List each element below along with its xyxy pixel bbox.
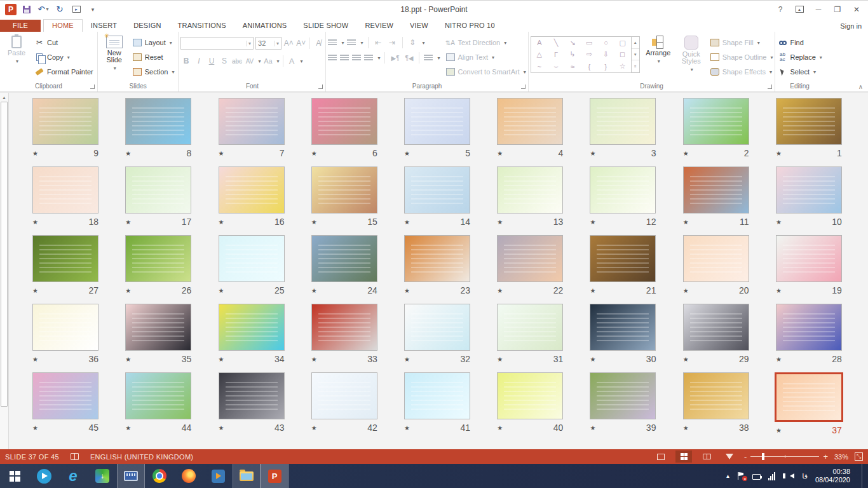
slide-thumbnail-35[interactable] bbox=[125, 304, 191, 351]
align-text-button[interactable]: Align Text▾ bbox=[445, 51, 526, 64]
slide-thumbnail-18[interactable] bbox=[32, 166, 98, 214]
zoom-in-button[interactable]: + bbox=[823, 452, 828, 461]
section-button[interactable]: Section▾ bbox=[130, 65, 177, 78]
slide-thumbnail-4[interactable] bbox=[497, 98, 563, 145]
shape-effects-button[interactable]: Shape Effects▾ bbox=[710, 65, 773, 78]
slide-thumbnail-10[interactable] bbox=[776, 166, 842, 214]
shape-icon[interactable]: ○ bbox=[597, 37, 614, 49]
slide-thumbnail-6[interactable] bbox=[311, 98, 377, 145]
underline-button[interactable]: U bbox=[206, 57, 217, 65]
tab-nitro-pro[interactable]: NITRO PRO 10 bbox=[437, 20, 503, 32]
shape-icon[interactable]: Γ bbox=[548, 49, 564, 61]
tab-review[interactable]: REVIEW bbox=[356, 20, 402, 32]
tab-transitions[interactable]: TRANSITIONS bbox=[170, 20, 234, 32]
shape-icon[interactable]: ☆ bbox=[614, 60, 631, 72]
tab-design[interactable]: DESIGN bbox=[125, 20, 169, 32]
shape-icon[interactable]: ⌣ bbox=[548, 60, 564, 72]
cut-button[interactable]: ✂Cut bbox=[32, 36, 95, 49]
customize-qat-button[interactable]: ▾ bbox=[86, 3, 99, 16]
slide-thumbnail-2[interactable] bbox=[683, 98, 749, 145]
shape-outline-button[interactable]: Shape Outline▾ bbox=[710, 51, 773, 64]
redo-button[interactable]: ↻ bbox=[53, 3, 66, 16]
slide-thumbnail-22[interactable] bbox=[497, 235, 563, 282]
slide-thumbnail-30[interactable] bbox=[590, 304, 656, 351]
scrollbar-thumb[interactable] bbox=[1, 102, 8, 407]
shape-icon[interactable]: ↳ bbox=[564, 49, 581, 61]
tab-view[interactable]: VIEW bbox=[402, 20, 437, 32]
decrease-font-size-button[interactable]: A˅ bbox=[296, 39, 306, 48]
decrease-indent-button[interactable]: ⇤ bbox=[373, 38, 384, 47]
slide-thumbnail-26[interactable] bbox=[125, 235, 191, 282]
line-spacing-button[interactable]: ⇕ bbox=[407, 38, 418, 47]
slide-thumbnail-38[interactable] bbox=[683, 372, 749, 419]
slide-thumbnail-20[interactable] bbox=[683, 235, 749, 282]
save-button[interactable] bbox=[20, 3, 33, 16]
text-direction-button[interactable]: ⇅AText Direction▾ bbox=[445, 36, 526, 49]
slide-thumbnail-21[interactable] bbox=[590, 235, 656, 282]
slide-sorter-view-button[interactable] bbox=[675, 451, 692, 463]
input-language-indicator[interactable]: فا bbox=[802, 472, 808, 480]
clear-formatting-button[interactable]: A̸ bbox=[313, 39, 323, 48]
slide-show-button[interactable] bbox=[721, 451, 738, 463]
shapes-more-icon[interactable]: ≡ bbox=[632, 60, 639, 72]
taskbar-powerpoint-button[interactable]: P bbox=[261, 464, 288, 488]
numbering-button[interactable] bbox=[347, 39, 356, 46]
taskbar-chrome-button[interactable] bbox=[145, 464, 174, 488]
slide-thumbnail-36[interactable] bbox=[32, 304, 98, 351]
taskbar-internet-explorer-button[interactable]: e bbox=[58, 464, 88, 488]
tab-insert[interactable]: INSERT bbox=[83, 20, 125, 32]
undo-dropdown-icon[interactable]: ▾ bbox=[46, 6, 48, 12]
volume-icon[interactable] bbox=[783, 473, 794, 478]
slide-thumbnail-25[interactable] bbox=[219, 235, 285, 282]
paragraph-dialog-launcher[interactable] bbox=[521, 85, 526, 89]
undo-button[interactable]: ↶▾ bbox=[37, 3, 50, 16]
shape-icon[interactable]: ≈ bbox=[564, 60, 581, 72]
font-name-combobox[interactable]: ▾ bbox=[180, 37, 254, 50]
slide-thumbnail-24[interactable] bbox=[311, 235, 377, 282]
slide-thumbnail-3[interactable] bbox=[590, 98, 656, 145]
arrange-button[interactable]: Arrange ▾ bbox=[644, 33, 673, 81]
tab-home[interactable]: HOME bbox=[43, 19, 83, 32]
font-dialog-launcher[interactable] bbox=[318, 85, 323, 89]
character-spacing-button[interactable]: AV bbox=[244, 58, 255, 65]
text-shadow-button[interactable]: S bbox=[219, 57, 229, 65]
shape-icon[interactable]: ⇩ bbox=[597, 49, 614, 61]
font-color-button[interactable]: A bbox=[287, 57, 297, 66]
taskbar-clock[interactable]: 00:38 08/04/2020 bbox=[815, 468, 850, 484]
taskbar-firefox-button[interactable] bbox=[174, 464, 203, 488]
slide-thumbnail-37[interactable] bbox=[775, 372, 843, 422]
clipboard-dialog-launcher[interactable] bbox=[90, 85, 95, 89]
slide-thumbnail-45[interactable] bbox=[32, 372, 98, 419]
right-to-left-button[interactable]: ¶◀ bbox=[403, 55, 414, 62]
bold-button[interactable]: B bbox=[180, 57, 191, 65]
align-left-button[interactable] bbox=[328, 55, 337, 61]
power-icon[interactable] bbox=[752, 473, 761, 480]
align-right-button[interactable] bbox=[352, 55, 361, 61]
shape-icon[interactable]: △ bbox=[531, 49, 548, 61]
vertical-scrollbar[interactable]: ▲ bbox=[0, 93, 9, 449]
shape-icon[interactable]: ↘ bbox=[564, 37, 581, 49]
tab-slide-show[interactable]: SLIDE SHOW bbox=[295, 20, 356, 32]
slide-thumbnail-40[interactable] bbox=[497, 372, 563, 419]
layout-button[interactable]: Layout▾ bbox=[130, 36, 177, 49]
taskbar-media-player-button[interactable] bbox=[203, 464, 233, 488]
help-button[interactable]: ? bbox=[771, 3, 789, 17]
slide-thumbnail-23[interactable] bbox=[404, 235, 470, 282]
reset-button[interactable]: Reset bbox=[130, 51, 177, 64]
font-size-combobox[interactable]: 32▾ bbox=[255, 37, 281, 50]
slide-thumbnail-27[interactable] bbox=[32, 235, 98, 282]
tab-file[interactable]: FILE bbox=[0, 20, 41, 32]
copy-button[interactable]: Copy▾ bbox=[32, 51, 95, 64]
slide-thumbnail-17[interactable] bbox=[125, 166, 191, 214]
slide-thumbnail-14[interactable] bbox=[404, 166, 470, 214]
shapes-scroll-down-icon[interactable]: ▼ bbox=[632, 49, 639, 61]
replace-button[interactable]: abacReplace▾ bbox=[777, 51, 822, 64]
slide-thumbnail-1[interactable] bbox=[776, 98, 842, 145]
action-center-icon[interactable]: ✕ bbox=[738, 472, 745, 480]
italic-button[interactable]: I bbox=[193, 57, 204, 65]
scroll-up-button[interactable]: ▲ bbox=[0, 93, 8, 102]
tab-animations[interactable]: ANIMATIONS bbox=[234, 20, 295, 32]
slide-thumbnail-15[interactable] bbox=[311, 166, 377, 214]
shape-fill-button[interactable]: Shape Fill▾ bbox=[710, 36, 773, 49]
slide-thumbnail-8[interactable] bbox=[125, 98, 191, 145]
